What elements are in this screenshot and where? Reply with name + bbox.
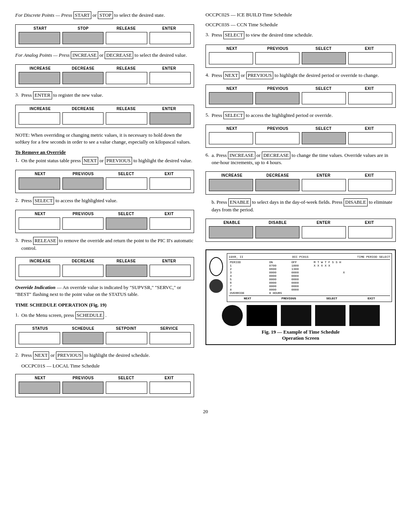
override-label: OVERRIDE: [229, 291, 268, 295]
on-4: 0000: [268, 274, 290, 278]
btn-sel-ts2[interactable]: [106, 382, 147, 394]
btn-release2[interactable]: [106, 72, 147, 84]
or-text-3: or: [100, 158, 105, 163]
fig-black-btn1[interactable]: [247, 305, 277, 326]
remove-step2: 2. Press SELECT to access the highlighte…: [15, 197, 194, 204]
btn-sel-rr5[interactable]: [302, 132, 346, 144]
btn-prev-rr3[interactable]: [255, 52, 299, 64]
btn-exit-r1[interactable]: [150, 177, 191, 190]
btn-schedule[interactable]: [62, 332, 104, 344]
days-6: [312, 281, 390, 284]
label-rel-r3: RELEASE: [105, 259, 148, 263]
btn-setpoint[interactable]: [106, 332, 147, 344]
btn-dec-r3[interactable]: [62, 265, 104, 277]
btn-stop[interactable]: [62, 32, 104, 44]
fig-circle-btn[interactable]: [222, 305, 243, 326]
btn-exit-6b[interactable]: [348, 226, 392, 238]
days-4: [312, 274, 390, 278]
btn-exit-r2[interactable]: [150, 217, 191, 230]
screen-footer: NEXT PREVIOUS SELECT EXIT: [229, 296, 390, 300]
keypad-6a: INCREASE DECREASE ENTER EXIT: [206, 171, 396, 195]
btn-next-rr3[interactable]: [209, 52, 253, 64]
btn-exit-ts2[interactable]: [150, 382, 191, 394]
btn-sel-rr4[interactable]: [302, 92, 346, 104]
keypad-ts2-buttons: [19, 382, 191, 394]
btn-enter-6b[interactable]: [302, 226, 346, 238]
remove-step1-suffix: to highlight the desired value.: [133, 158, 192, 163]
btn-inc3[interactable]: [19, 112, 60, 125]
keypad-remove2: NEXT PREVIOUS SELECT EXIT: [15, 210, 194, 233]
btn-next-rr4[interactable]: [209, 92, 253, 104]
ts-step1-text: On the Menu screen, press: [21, 312, 74, 318]
or-text-rr4: or: [241, 72, 246, 78]
occpc03s-label: OCCPC03S — CCN Time Schedule: [206, 21, 396, 28]
stop-key: STOP: [98, 11, 113, 19]
btn-enter[interactable]: [150, 32, 191, 44]
btn-exit-rr5[interactable]: [348, 132, 392, 144]
btn-next-r1[interactable]: [19, 177, 60, 190]
btn-prev-rr4[interactable]: [255, 92, 299, 104]
btn-sel-r2[interactable]: [106, 217, 147, 230]
prev-key-rr4: PREVIOUS: [246, 72, 274, 79]
step6b-text: b. Press: [212, 199, 227, 205]
label-sel-r1: SELECT: [105, 172, 148, 176]
btn-ent3[interactable]: [150, 112, 191, 125]
label-exit-6b: EXIT: [347, 220, 393, 225]
analog-intro-text: For Analog Points — Press: [15, 52, 70, 58]
ts-step2-suffix: to highlight the desired schedule.: [84, 352, 150, 358]
btn-dec3[interactable]: [62, 112, 104, 125]
fig-black-btn4[interactable]: [349, 305, 380, 326]
btn-status[interactable]: [19, 332, 60, 344]
btn-increase[interactable]: [19, 72, 60, 84]
btn-release[interactable]: [106, 32, 147, 44]
btn-decrease[interactable]: [62, 72, 104, 84]
btn-next-r2[interactable]: [19, 217, 60, 230]
btn-next-ts2[interactable]: [19, 382, 60, 394]
btn-enter2[interactable]: [150, 72, 191, 84]
fig-caption-line2: Operation Screen: [282, 335, 319, 341]
btn-enable-6b[interactable]: [209, 226, 253, 238]
btn-prev-rr5[interactable]: [255, 132, 299, 144]
step3-num: 3.: [15, 91, 19, 98]
btn-sel-r1[interactable]: [106, 177, 147, 190]
keypad-step3-labels: INCREASE DECREASE RELEASE ENTER: [19, 107, 191, 111]
screen-header-mid: OCC PC01S: [292, 255, 308, 259]
btn-dec-6a[interactable]: [255, 179, 299, 191]
fig-black-btn3[interactable]: [315, 305, 346, 326]
keypad-6b-buttons: [209, 226, 392, 238]
btn-next-rr5[interactable]: [209, 132, 253, 144]
btn-ent-r3[interactable]: [150, 265, 191, 277]
btn-prev-r2[interactable]: [62, 217, 104, 230]
btn-service[interactable]: [150, 332, 191, 344]
btn-exit-6a[interactable]: [348, 179, 392, 191]
keypad-ts2-labels: NEXT PREVIOUS SELECT EXIT: [19, 376, 191, 380]
right-column: OCCPC02S — ICE BUILD Time Schedule OCCPC…: [206, 11, 396, 401]
note-text: NOTE: When overriding or changing metric…: [15, 132, 194, 145]
fig-black-btn2[interactable]: [281, 305, 311, 326]
remove-step1-text: On the point status table press: [21, 158, 81, 163]
label-exit-ts2: EXIT: [148, 376, 191, 380]
override-indication: Override Indication — An override value …: [15, 284, 194, 298]
period-7: 7: [229, 284, 268, 288]
btn-inc-6a[interactable]: [209, 179, 253, 191]
remove-step1-num: 1.: [15, 157, 19, 164]
btn-exit-rr4[interactable]: [348, 92, 392, 104]
btn-start[interactable]: [19, 32, 60, 44]
btn-disable-6b[interactable]: [255, 226, 299, 238]
btn-ent-6a[interactable]: [302, 179, 346, 191]
decrease-key: DECREASE: [105, 51, 133, 59]
btn-sel-rr3[interactable]: [302, 52, 346, 64]
btn-rel-r3[interactable]: [106, 265, 147, 277]
btn-prev-r1[interactable]: [62, 177, 104, 190]
keypad-remove1-labels: NEXT PREVIOUS SELECT EXIT: [19, 172, 191, 176]
btn-inc-r3[interactable]: [19, 265, 60, 277]
btn-exit-rr3[interactable]: [348, 52, 392, 64]
step4-right-suffix: to highlight the desired period or overr…: [275, 72, 379, 78]
remove-step3-num: 3.: [15, 237, 19, 244]
time-schedule-heading: TIME SCHEDULE OPERATION (Fig. 19): [15, 302, 194, 308]
label-rel3: RELEASE: [105, 107, 148, 111]
btn-prev-ts2[interactable]: [62, 382, 104, 394]
btn-rel3[interactable]: [106, 112, 147, 125]
col-period: PERIOD: [229, 260, 268, 264]
label-prev-r2: PREVIOUS: [62, 212, 105, 216]
